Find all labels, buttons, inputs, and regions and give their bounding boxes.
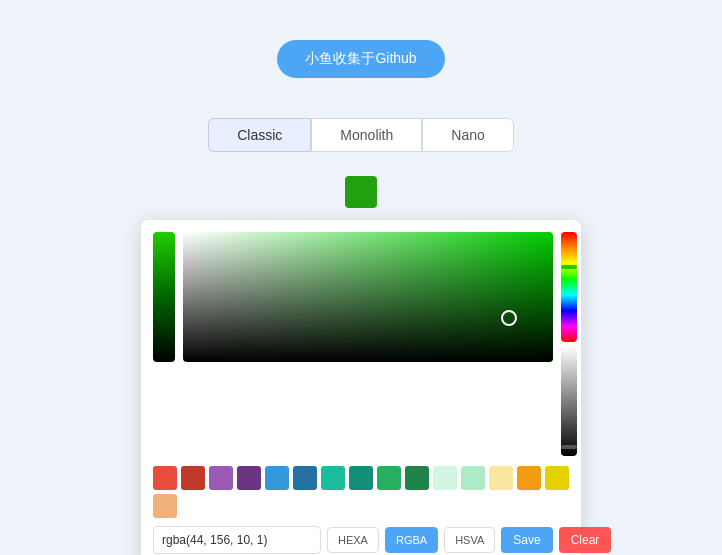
swatch[interactable] xyxy=(153,494,177,518)
hexa-mode-btn[interactable]: HEXA xyxy=(327,527,379,553)
tab-monolith[interactable]: Monolith xyxy=(311,118,422,152)
color-value-input[interactable] xyxy=(153,526,321,554)
hue-thumb xyxy=(561,265,577,269)
tab-classic[interactable]: Classic xyxy=(208,118,311,152)
swatch[interactable] xyxy=(209,466,233,490)
swatch[interactable] xyxy=(377,466,401,490)
picker-top xyxy=(153,232,569,456)
clear-button[interactable]: Clear xyxy=(559,527,612,553)
tab-group: Classic Monolith Nano xyxy=(208,118,514,152)
swatch[interactable] xyxy=(517,466,541,490)
swatch[interactable] xyxy=(237,466,261,490)
swatch[interactable] xyxy=(153,466,177,490)
swatch[interactable] xyxy=(349,466,373,490)
save-button[interactable]: Save xyxy=(501,527,552,553)
color-picker: HEXA RGBA HSVA Save Clear xyxy=(141,220,581,555)
opacity-strip[interactable] xyxy=(561,346,577,456)
gradient-canvas[interactable] xyxy=(183,232,553,362)
swatch[interactable] xyxy=(545,466,569,490)
swatch[interactable] xyxy=(461,466,485,490)
tab-nano[interactable]: Nano xyxy=(422,118,513,152)
github-button[interactable]: 小鱼收集于Github xyxy=(277,40,444,78)
swatch[interactable] xyxy=(265,466,289,490)
hsva-mode-btn[interactable]: HSVA xyxy=(444,527,495,553)
strips-container xyxy=(561,232,577,456)
left-preview-strip xyxy=(153,232,175,362)
gradient-dark-overlay xyxy=(183,232,553,362)
bottom-bar: HEXA RGBA HSVA Save Clear xyxy=(153,526,569,554)
rgba-mode-btn[interactable]: RGBA xyxy=(385,527,438,553)
swatch[interactable] xyxy=(293,466,317,490)
swatch-row xyxy=(153,466,569,518)
swatch[interactable] xyxy=(433,466,457,490)
swatch[interactable] xyxy=(405,466,429,490)
opacity-thumb xyxy=(561,445,577,449)
swatch[interactable] xyxy=(181,466,205,490)
hue-strip[interactable] xyxy=(561,232,577,342)
color-preview xyxy=(345,176,377,208)
swatch[interactable] xyxy=(489,466,513,490)
swatch[interactable] xyxy=(321,466,345,490)
